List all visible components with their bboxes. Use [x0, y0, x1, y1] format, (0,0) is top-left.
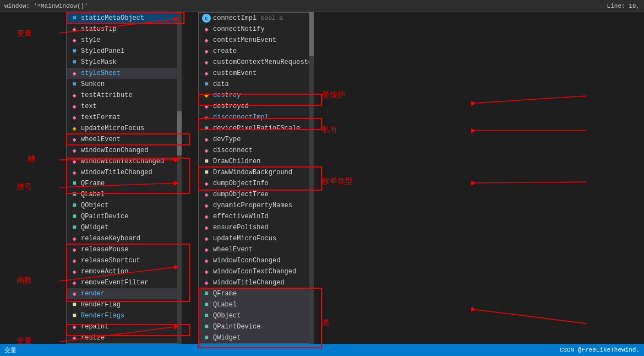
method-icon — [202, 223, 211, 232]
list-item[interactable]: contextMenuEvent — [199, 35, 313, 46]
bottom-bar-left: 变量 — [4, 346, 17, 354]
left-panel-scrollbar[interactable] — [177, 12, 182, 344]
list-item[interactable]: wheelEvent — [67, 134, 181, 145]
list-item[interactable]: disconnect — [199, 145, 313, 156]
list-item[interactable]: windowIconTextChanged — [199, 266, 313, 277]
list-item[interactable]: removeEventFilter — [67, 277, 181, 288]
list-item[interactable]: windowIconTextChanged — [67, 156, 181, 167]
list-item[interactable]: releaseMouse — [67, 244, 181, 255]
list-item[interactable]: connectNotify — [199, 24, 313, 35]
list-item[interactable]: devicePixelRatioFScale — [199, 123, 313, 134]
method-icon — [202, 58, 211, 67]
top-bar: window: '^MainWindow()' Line: 19, — [0, 0, 644, 12]
list-item[interactable]: windowTitleChanged — [67, 167, 181, 178]
function-icon — [70, 278, 79, 287]
enum-icon — [202, 168, 211, 177]
connect-icon: C — [202, 14, 211, 23]
left-scrollbar-thumb[interactable] — [177, 111, 182, 155]
left-autocomplete-panel[interactable]: staticMetaObject statusTip style StyledP… — [66, 12, 182, 344]
top-bar-title: window: '^MainWindow()' — [4, 3, 607, 9]
list-item[interactable]: QPaintDevice — [67, 211, 181, 222]
class-icon — [70, 212, 79, 221]
property-icon — [70, 25, 79, 34]
list-item[interactable]: QObject — [67, 200, 181, 211]
list-item[interactable]: QLabel — [199, 299, 313, 310]
list-item[interactable]: updateMicroFocus — [67, 123, 181, 134]
list-item[interactable]: render — [67, 288, 181, 299]
function-icon — [70, 333, 79, 342]
list-item[interactable]: effectiveWinId — [199, 211, 313, 222]
method-icon — [202, 201, 211, 210]
list-item[interactable]: ◆ destroy — [199, 90, 313, 101]
function-icon — [70, 245, 79, 254]
list-item[interactable]: style — [67, 35, 181, 46]
list-item[interactable]: textFormat — [67, 112, 181, 123]
list-item[interactable]: removeAction — [67, 266, 181, 277]
method-icon — [202, 179, 211, 188]
static-icon — [70, 14, 79, 23]
bottom-bar: 变量 CSDN @FreeLikeTheWind. — [0, 344, 644, 356]
property-icon — [70, 113, 79, 122]
list-item[interactable]: resize — [67, 332, 181, 343]
list-item[interactable]: ensurePolished — [199, 222, 313, 233]
list-item[interactable]: QLabel — [67, 189, 181, 200]
protected-icon: ◆ — [202, 91, 211, 100]
list-item[interactable]: windowIconChanged — [67, 145, 181, 156]
list-item[interactable]: QObject — [199, 310, 313, 321]
class-icon — [70, 201, 79, 210]
list-item[interactable]: QWidget — [199, 332, 313, 343]
list-item[interactable]: dynamicPropertyNames — [199, 200, 313, 211]
list-item[interactable]: customEvent — [199, 68, 313, 79]
list-item[interactable]: repaint — [67, 321, 181, 332]
list-item[interactable]: ◆ disconnectImpl — [199, 112, 313, 123]
function-icon — [70, 256, 79, 265]
right-autocomplete-panel[interactable]: C connectImpl bool a connectNotify conte… — [198, 12, 314, 344]
list-item[interactable]: RenderFlags — [67, 310, 181, 321]
label-enum: 枚举类型 — [322, 176, 353, 186]
list-item[interactable]: QFrame — [67, 178, 181, 189]
list-item[interactable]: statusTip — [67, 24, 181, 35]
list-item[interactable]: dumpObjectTree — [199, 189, 313, 200]
class-icon — [70, 223, 79, 232]
list-item[interactable]: staticMetaObject — [67, 13, 181, 24]
list-item[interactable]: C connectImpl bool a — [199, 13, 313, 24]
right-panel-scrollbar[interactable] — [309, 12, 314, 344]
list-item[interactable]: RenderFlag — [67, 299, 181, 310]
signal-icon — [70, 146, 79, 155]
private-icon: ◆ — [202, 113, 211, 122]
list-item[interactable]: styleSheet — [67, 68, 181, 79]
list-item[interactable]: Sunken — [67, 79, 181, 90]
method-icon — [202, 135, 211, 144]
list-item[interactable]: StyledPanel — [67, 46, 181, 57]
list-item[interactable]: text — [67, 101, 181, 112]
list-item[interactable]: releaseKeyboard — [67, 233, 181, 244]
list-item[interactable]: DrawWindowBackground — [199, 167, 313, 178]
list-item[interactable]: StyleMask — [67, 57, 181, 68]
list-item[interactable]: customContextMenuRequested — [199, 57, 313, 68]
label-protected: 受保护 — [322, 90, 345, 100]
list-item[interactable]: releaseShortcut — [67, 255, 181, 266]
label-variables-top: 变量 — [17, 29, 32, 39]
method-icon — [202, 267, 211, 276]
list-item[interactable]: windowTitleChanged — [199, 277, 313, 288]
list-item[interactable]: destroyed — [199, 101, 313, 112]
list-item[interactable]: QWidget — [67, 222, 181, 233]
list-item[interactable]: wheelEvent — [199, 244, 313, 255]
function-icon — [70, 267, 79, 276]
list-item[interactable]: windowIconChanged — [199, 255, 313, 266]
slot-icon — [70, 124, 79, 133]
list-item[interactable]: create — [199, 46, 313, 57]
list-item[interactable]: testAttribute — [67, 90, 181, 101]
main-content: 变量 槽 信号 函数 变量 staticMetaObject statusTip — [0, 12, 644, 344]
list-item[interactable]: QFrame — [199, 288, 313, 299]
label-signal: 信号 — [17, 182, 32, 192]
list-item[interactable]: updateMicroFocus — [199, 233, 313, 244]
list-item[interactable]: devType — [199, 134, 313, 145]
list-item[interactable]: data — [199, 79, 313, 90]
method-icon — [202, 190, 211, 199]
list-item[interactable]: DrawChildren — [199, 156, 313, 167]
right-scrollbar-thumb[interactable] — [309, 12, 314, 56]
list-item[interactable]: dumpObjectInfo — [199, 178, 313, 189]
method-icon — [202, 256, 211, 265]
list-item[interactable]: QPaintDevice — [199, 321, 313, 332]
